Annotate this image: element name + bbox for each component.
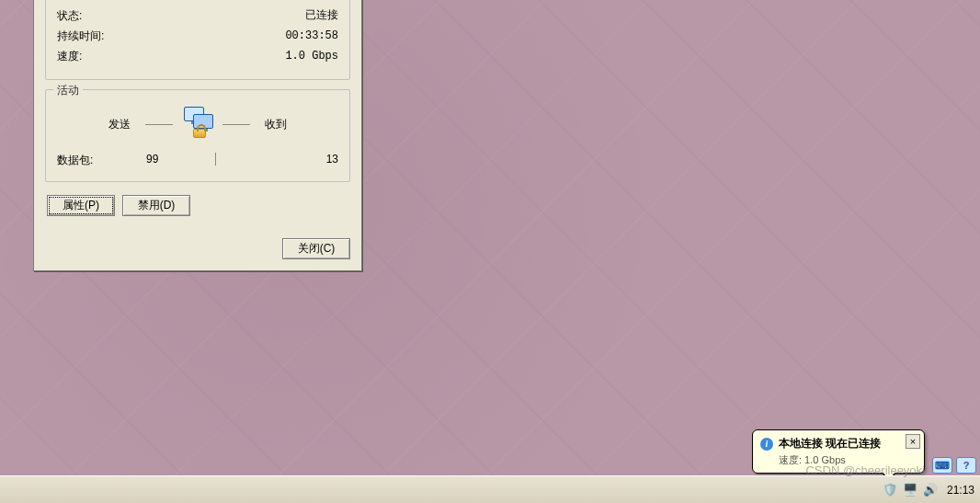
packet-label: 数据包: bbox=[57, 153, 93, 168]
shield-tray-icon[interactable]: 🛡️ bbox=[883, 483, 897, 497]
info-icon: i bbox=[760, 438, 773, 451]
speed-row: 速度: 1.0 Gbps bbox=[57, 46, 338, 66]
disable-button[interactable]: 禁用(D) bbox=[122, 195, 190, 216]
dialog-body: 状态: 已连接 持续时间: 00:33:58 速度: 1.0 Gbps 活动 发… bbox=[34, 0, 361, 238]
taskbar: 🛡️ 🖥️ 🔊 21:13 bbox=[0, 475, 980, 503]
activity-header: 发送 收到 bbox=[57, 103, 338, 149]
speed-label: 速度: bbox=[57, 46, 131, 66]
packets-sent-value: 99 bbox=[93, 153, 211, 168]
packet-row: 数据包: 99 13 bbox=[57, 149, 338, 168]
dash-left bbox=[145, 124, 173, 125]
status-value: 已连接 bbox=[305, 6, 338, 26]
balloon-title-row: i 本地连接 现在已连接 bbox=[760, 436, 900, 452]
duration-row: 持续时间: 00:33:58 bbox=[57, 26, 338, 46]
button-row: 属性(P) 禁用(D) bbox=[45, 191, 350, 225]
recv-label: 收到 bbox=[257, 117, 294, 132]
dash-right bbox=[222, 124, 250, 125]
status-label: 状态: bbox=[57, 6, 131, 26]
status-row: 状态: 已连接 bbox=[57, 6, 338, 26]
sent-label: 发送 bbox=[101, 117, 138, 132]
connection-balloon: i 本地连接 现在已连接 速度: 1.0 Gbps × bbox=[752, 429, 925, 474]
keyboard-tip-icon[interactable]: ⌨ bbox=[932, 457, 952, 474]
status-group: 状态: 已连接 持续时间: 00:33:58 速度: 1.0 Gbps bbox=[45, 0, 350, 80]
dialog-footer: 关闭(C) bbox=[34, 238, 361, 270]
duration-value: 00:33:58 bbox=[285, 26, 338, 46]
taskbar-clock[interactable]: 21:13 bbox=[943, 484, 974, 497]
activity-group-title: 活动 bbox=[53, 83, 83, 98]
packet-separator bbox=[215, 153, 216, 166]
help-tip-icon[interactable]: ? bbox=[956, 457, 976, 474]
speed-value: 1.0 Gbps bbox=[285, 46, 338, 66]
activity-group: 活动 发送 收到 数据包: 99 13 bbox=[45, 89, 350, 182]
help-bubbles: ⌨ ? bbox=[932, 457, 976, 474]
balloon-close-button[interactable]: × bbox=[906, 434, 920, 449]
network-computers-icon bbox=[180, 107, 215, 142]
balloon-subtitle: 速度: 1.0 Gbps bbox=[760, 453, 900, 467]
packets-recv-value: 13 bbox=[220, 153, 338, 168]
close-button[interactable]: 关闭(C) bbox=[282, 238, 350, 259]
volume-tray-icon[interactable]: 🔊 bbox=[923, 483, 938, 497]
balloon-title: 本地连接 现在已连接 bbox=[779, 436, 881, 452]
network-tray-icon[interactable]: 🖥️ bbox=[903, 483, 917, 497]
lock-icon bbox=[193, 129, 206, 138]
properties-button[interactable]: 属性(P) bbox=[47, 195, 115, 216]
duration-label: 持续时间: bbox=[57, 26, 131, 46]
network-status-dialog: 状态: 已连接 持续时间: 00:33:58 速度: 1.0 Gbps 活动 发… bbox=[33, 0, 362, 271]
